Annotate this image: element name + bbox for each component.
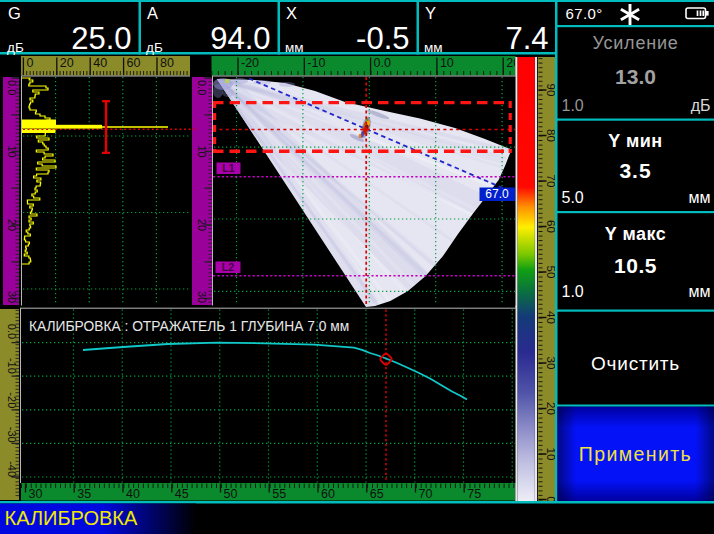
svg-text:G: G: [8, 4, 21, 22]
svg-text:A: A: [147, 4, 158, 22]
svg-text:Y мин: Y мин: [608, 131, 662, 151]
svg-text:дБ: дБ: [146, 40, 163, 55]
svg-text:Применить: Применить: [579, 443, 692, 465]
svg-text:Усиление: Усиление: [592, 33, 678, 53]
svg-text:1.0: 1.0: [562, 283, 584, 300]
svg-text:94.0: 94.0: [210, 21, 270, 56]
svg-text:КАЛИБРОВКА: КАЛИБРОВКА: [5, 507, 139, 529]
svg-text:Очистить: Очистить: [591, 353, 680, 374]
svg-text:10.5: 10.5: [614, 254, 657, 277]
svg-text:3.5: 3.5: [619, 159, 651, 182]
svg-text:мм: мм: [424, 40, 443, 55]
svg-text:мм: мм: [689, 283, 711, 300]
svg-text:мм: мм: [689, 189, 711, 206]
svg-text:X: X: [286, 4, 297, 22]
svg-text:5.0: 5.0: [562, 189, 584, 206]
svg-text:Y: Y: [425, 4, 436, 22]
svg-text:25.0: 25.0: [71, 21, 131, 56]
svg-text:1.0: 1.0: [562, 97, 584, 114]
svg-text:дБ: дБ: [7, 40, 24, 55]
svg-text:дБ: дБ: [691, 97, 711, 114]
svg-text:-0.5: -0.5: [356, 21, 409, 56]
svg-text:7.4: 7.4: [505, 21, 548, 56]
svg-text:мм: мм: [285, 40, 304, 55]
svg-text:13.0: 13.0: [615, 65, 656, 88]
svg-text:Y макс: Y макс: [605, 224, 667, 244]
svg-text:67.0°: 67.0°: [566, 5, 603, 22]
